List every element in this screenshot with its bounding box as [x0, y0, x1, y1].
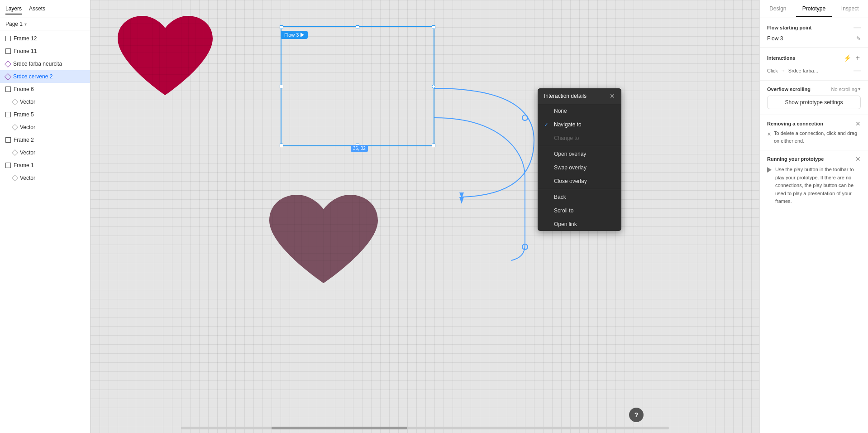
- layer-item-frame12[interactable]: Frame 12: [0, 32, 90, 45]
- interactions-actions: ⚡ +: [843, 53, 861, 63]
- overflow-title: Overflow scrolling: [767, 87, 811, 92]
- flow-section-header: Flow starting point —: [767, 24, 861, 32]
- add-interaction-button[interactable]: +: [855, 53, 861, 63]
- running-prototype-close-button[interactable]: ✕: [855, 156, 861, 162]
- corner-handle-br[interactable]: [432, 144, 435, 147]
- dropdown-item-label: Open link: [554, 221, 577, 227]
- dropdown-item-open-overlay[interactable]: Open overlay: [538, 147, 621, 161]
- dropdown-item-none[interactable]: None: [538, 104, 621, 118]
- layer-item-frame2[interactable]: Frame 2: [0, 134, 90, 146]
- sidebar-tab-bar: Layers Assets: [0, 0, 90, 18]
- dropdown-header: Interaction details ✕: [538, 88, 621, 104]
- running-prototype-title: Running your prototype: [767, 156, 824, 162]
- layer-item-frame1[interactable]: Frame 1: [0, 159, 90, 172]
- interaction-link-icon[interactable]: ⚡: [843, 53, 852, 63]
- play-triangle-icon: [767, 167, 772, 173]
- dropdown-item-swap-overlay[interactable]: Swap overlay: [538, 161, 621, 174]
- layer-item-frame11[interactable]: Frame 11: [0, 45, 90, 58]
- overflow-value[interactable]: No scrolling ▾: [831, 86, 861, 92]
- heart-red: [109, 9, 222, 109]
- corner-handle-ml[interactable]: [280, 85, 283, 88]
- corner-handle-bl[interactable]: [280, 144, 283, 147]
- chevron-down-icon: ▾: [24, 22, 27, 27]
- dropdown-item-label: Scroll to: [554, 207, 573, 214]
- tab-assets[interactable]: Assets: [29, 4, 45, 14]
- layer-label: Srdce cervene 2: [13, 73, 52, 80]
- overflow-chevron: ▾: [858, 86, 861, 92]
- flow-label-text: Flow 3: [284, 32, 299, 38]
- removing-connection-panel: Removing a connection ✕ ✕ To delete a co…: [760, 115, 868, 150]
- frame-icon: [5, 112, 11, 117]
- x-icon: ✕: [767, 130, 771, 138]
- tab-layers[interactable]: Layers: [5, 4, 22, 14]
- tab-inspect[interactable]: Inspect: [832, 1, 868, 17]
- interactions-section: Interactions ⚡ + Click → Srdce farba... …: [760, 48, 868, 81]
- layer-item-vector-4[interactable]: Vector: [0, 172, 90, 184]
- running-prototype-header: Running your prototype ✕: [767, 156, 861, 162]
- removing-connection-header: Removing a connection ✕: [767, 120, 861, 127]
- overflow-section: Overflow scrolling No scrolling ▾ Show p…: [760, 81, 868, 115]
- flow-edit-icon[interactable]: ✎: [856, 35, 861, 42]
- vector-icon: [12, 124, 18, 130]
- dropdown-item-label: None: [554, 108, 567, 114]
- dropdown-item-open-link[interactable]: Open link: [538, 217, 621, 231]
- show-prototype-settings-button[interactable]: Show prototype settings: [767, 96, 861, 109]
- canvas-scrollbar-thumb[interactable]: [272, 427, 407, 429]
- dropdown-item-navigate-to[interactable]: ✓Navigate to: [538, 118, 621, 131]
- dropdown-item-scroll-to[interactable]: Scroll to: [538, 204, 621, 217]
- page-selector[interactable]: Page 1 ▾: [0, 18, 90, 30]
- corner-handle-tr[interactable]: [432, 25, 435, 29]
- arrow-right-icon: →: [781, 68, 786, 73]
- overflow-text: No scrolling: [831, 87, 857, 92]
- remove-flow-icon[interactable]: —: [854, 24, 861, 32]
- flow-label[interactable]: Flow 3: [281, 31, 308, 39]
- dropdown-item-close-overlay[interactable]: Close overlay: [538, 174, 621, 188]
- layer-label: Frame 6: [14, 86, 34, 92]
- canvas-scrollbar[interactable]: [181, 427, 669, 429]
- layer-item-frame5[interactable]: Frame 5: [0, 108, 90, 121]
- sidebar-right: Design Prototype Inspect Flow starting p…: [759, 0, 868, 433]
- layer-label: Frame 11: [14, 48, 37, 54]
- dropdown-item-label: Navigate to: [554, 121, 582, 128]
- frame-top[interactable]: [281, 26, 434, 146]
- dropdown-item-label: Open overlay: [554, 151, 586, 157]
- layer-item-srdce-cervene-2[interactable]: Srdce cervene 2: [0, 70, 90, 83]
- check-icon: ✓: [544, 121, 550, 128]
- dropdown-item-change-to: Change to: [538, 131, 621, 145]
- page-name: Page 1: [5, 21, 23, 27]
- dropdown-title: Interaction details: [544, 93, 587, 99]
- dropdown-item-label: Close overlay: [554, 178, 587, 184]
- tab-design[interactable]: Design: [760, 1, 796, 17]
- running-prototype-panel: Running your prototype ✕ Use the play bu…: [760, 150, 868, 211]
- interaction-target: Srdce farba...: [788, 68, 818, 73]
- tab-prototype[interactable]: Prototype: [796, 1, 832, 17]
- vector-icon: [12, 99, 18, 105]
- canvas-content: Flow 3: [91, 0, 759, 433]
- layer-item-frame6[interactable]: Frame 6: [0, 83, 90, 96]
- corner-handle-mr[interactable]: [432, 85, 435, 88]
- layer-item-vector-3[interactable]: Vector: [0, 146, 90, 159]
- removing-connection-close-button[interactable]: ✕: [855, 120, 861, 127]
- frame-icon: [5, 87, 11, 92]
- flow-play-icon: [300, 33, 304, 37]
- layer-item-vector-2[interactable]: Vector: [0, 121, 90, 134]
- layer-label: Frame 2: [14, 137, 34, 143]
- remove-interaction-icon[interactable]: —: [854, 67, 861, 75]
- flow-starting-point-section: Flow starting point — Flow 3 ✎: [760, 18, 868, 48]
- layer-item-srdce-farba-neurcita[interactable]: Srdce farba neurcita: [0, 58, 90, 70]
- dropdown-close-button[interactable]: ✕: [610, 93, 615, 99]
- canvas-area[interactable]: Flow 3: [91, 0, 759, 433]
- corner-handle-tm[interactable]: [356, 25, 359, 29]
- layer-label: Vector: [20, 124, 35, 130]
- help-button[interactable]: ?: [629, 408, 644, 422]
- frame-icon: [5, 36, 11, 41]
- interactions-title: Interactions: [767, 55, 795, 61]
- removing-connection-text: To delete a connection, click and drag o…: [774, 130, 861, 144]
- corner-handle-tl[interactable]: [280, 25, 283, 29]
- interaction-item[interactable]: Click → Srdce farba... —: [767, 67, 861, 75]
- overflow-row: Overflow scrolling No scrolling ▾: [767, 86, 861, 92]
- layer-label: Frame 5: [14, 111, 34, 118]
- dropdown-item-back[interactable]: Back: [538, 190, 621, 204]
- layer-item-vector-1[interactable]: Vector: [0, 96, 90, 108]
- frame-icon: [5, 48, 11, 54]
